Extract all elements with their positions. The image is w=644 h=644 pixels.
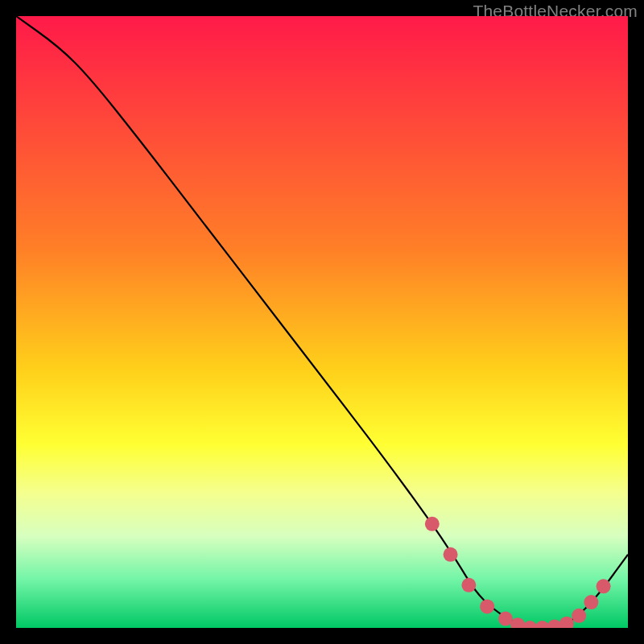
gradient-background [16, 16, 628, 628]
marker-dot [461, 578, 476, 592]
marker-dot [425, 517, 440, 531]
marker-dot [480, 599, 494, 613]
chart-plot [16, 16, 628, 628]
chart-frame: TheBottleNecker.com [0, 0, 644, 644]
marker-dot [584, 595, 598, 609]
marker-dot [444, 547, 458, 562]
chart-svg [16, 16, 628, 628]
marker-dot [572, 609, 586, 623]
marker-dot [597, 579, 611, 593]
